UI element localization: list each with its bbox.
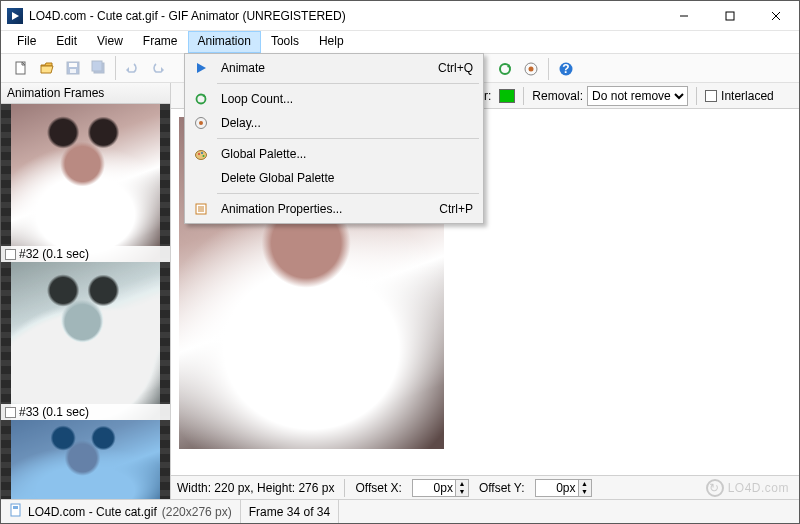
svg-marker-0	[12, 12, 19, 20]
menu-view[interactable]: View	[87, 31, 133, 53]
svg-rect-8	[70, 69, 76, 73]
menu-help[interactable]: Help	[309, 31, 354, 53]
frame-thumb[interactable]: #33 (0.1 sec)	[1, 262, 170, 420]
status-size: (220x276 px)	[162, 505, 232, 519]
svg-marker-19	[197, 63, 206, 73]
offset-y-label: Offset Y:	[479, 481, 525, 495]
interlaced-checkbox[interactable]	[705, 90, 717, 102]
help-icon[interactable]: ?	[554, 57, 578, 81]
spin-down-icon[interactable]: ▼	[578, 488, 591, 496]
offset-x-input[interactable]: ▲▼	[412, 479, 469, 497]
transparency-color-swatch[interactable]	[499, 89, 515, 103]
frame-checkbox[interactable]	[5, 407, 16, 418]
svg-rect-7	[69, 63, 77, 67]
frame-thumb[interactable]: #32 (0.1 sec)	[1, 104, 170, 262]
record-icon[interactable]	[519, 57, 543, 81]
removal-label: Removal:	[532, 89, 583, 103]
menubar: File Edit View Frame Animation Tools Hel…	[1, 31, 799, 53]
redo-icon[interactable]	[146, 56, 170, 80]
watermark: ↻LO4D.com	[706, 479, 789, 497]
menu-item-animate[interactable]: Animate Ctrl+Q	[187, 56, 481, 80]
menu-item-animation-properties[interactable]: Animation Properties... Ctrl+P	[187, 197, 481, 221]
close-button[interactable]	[753, 1, 799, 30]
animation-frames-panel: Animation Frames #32 (0.1 sec) #33 (0.1 …	[1, 83, 171, 499]
svg-marker-12	[161, 67, 164, 73]
svg-point-23	[199, 121, 203, 125]
clock-icon	[191, 116, 211, 130]
menu-file[interactable]: File	[7, 31, 46, 53]
svg-point-24	[196, 151, 207, 160]
doc-icon	[9, 503, 23, 520]
menu-animation[interactable]: Animation	[188, 31, 261, 53]
svg-text:?: ?	[562, 62, 569, 76]
spin-down-icon[interactable]: ▼	[455, 488, 468, 496]
interlaced-label: Interlaced	[721, 89, 774, 103]
play-icon	[191, 61, 211, 75]
palette-icon	[191, 147, 211, 161]
menu-item-delay[interactable]: Delay...	[187, 111, 481, 135]
status-file: LO4D.com - Cute cat.gif	[28, 505, 157, 519]
save-all-icon[interactable]	[87, 56, 111, 80]
menu-item-delete-global-palette[interactable]: Delete Global Palette	[187, 166, 481, 190]
app-icon	[7, 8, 23, 24]
window-title: LO4D.com - Cute cat.gif - GIF Animator (…	[29, 9, 661, 23]
spin-up-icon[interactable]: ▲	[578, 480, 591, 488]
titlebar: LO4D.com - Cute cat.gif - GIF Animator (…	[1, 1, 799, 31]
svg-point-25	[198, 153, 200, 155]
menu-item-loop-count[interactable]: Loop Count...	[187, 87, 481, 111]
svg-point-16	[529, 67, 534, 72]
status-frame: Frame 34 of 34	[249, 505, 330, 519]
svg-marker-11	[126, 67, 129, 73]
properties-icon	[191, 202, 211, 216]
save-icon[interactable]	[61, 56, 85, 80]
menu-tools[interactable]: Tools	[261, 31, 309, 53]
svg-point-26	[201, 152, 203, 154]
offset-y-input[interactable]: ▲▼	[535, 479, 592, 497]
undo-icon[interactable]	[120, 56, 144, 80]
menu-frame[interactable]: Frame	[133, 31, 188, 53]
removal-select[interactable]: Do not remove	[587, 86, 688, 106]
svg-rect-2	[726, 12, 734, 20]
animation-frames-header: Animation Frames	[1, 83, 170, 104]
new-icon[interactable]	[9, 56, 33, 80]
menu-item-global-palette[interactable]: Global Palette...	[187, 142, 481, 166]
svg-rect-33	[13, 506, 18, 509]
frames-list[interactable]: #32 (0.1 sec) #33 (0.1 sec) #34 (0.1 sec…	[1, 104, 170, 499]
offset-x-label: Offset X:	[355, 481, 401, 495]
app-window: LO4D.com - Cute cat.gif - GIF Animator (…	[0, 0, 800, 524]
svg-rect-10	[92, 61, 102, 71]
frame-checkbox[interactable]	[5, 249, 16, 260]
svg-rect-32	[11, 504, 20, 516]
maximize-button[interactable]	[707, 1, 753, 30]
dimensions-label: Width: 220 px, Height: 276 px	[177, 481, 334, 495]
spin-up-icon[interactable]: ▲	[455, 480, 468, 488]
loop-icon	[191, 92, 211, 106]
loop-icon[interactable]	[493, 57, 517, 81]
menu-edit[interactable]: Edit	[46, 31, 87, 53]
open-icon[interactable]	[35, 56, 59, 80]
animation-menu-dropdown: Animate Ctrl+Q Loop Count... Delay... Gl…	[184, 53, 484, 224]
frame-thumb[interactable]: #34 (0.1 sec)	[1, 420, 170, 499]
minimize-button[interactable]	[661, 1, 707, 30]
svg-point-27	[203, 155, 205, 157]
statusbar: LO4D.com - Cute cat.gif (220x276 px) Fra…	[1, 499, 799, 523]
